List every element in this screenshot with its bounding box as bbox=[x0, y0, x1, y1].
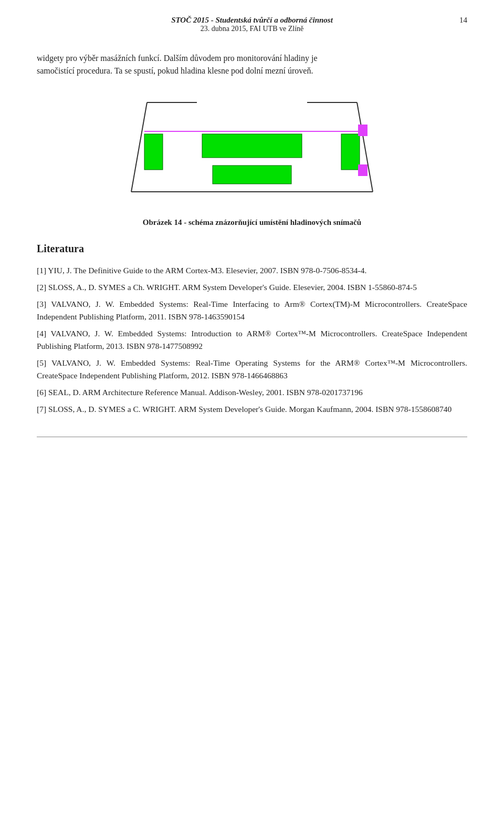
references-list: [1] YIU, J. The Definitive Guide to the … bbox=[37, 264, 467, 416]
page-number: 14 bbox=[459, 16, 467, 25]
bottom-divider bbox=[37, 437, 467, 437]
intro-line2: samočistící procedura. Ta se spustí, pok… bbox=[37, 66, 313, 75]
intro-paragraph: widgety pro výběr masážních funkcí. Dalš… bbox=[37, 52, 467, 77]
literatura-heading: Literatura bbox=[37, 243, 467, 255]
intro-line1: widgety pro výběr masážních funkcí. Dalš… bbox=[37, 54, 318, 63]
svg-rect-9 bbox=[358, 164, 368, 176]
ref-6: [6] SEAL, D. ARM Architecture Reference … bbox=[37, 386, 467, 399]
ref-4: [4] VALVANO, J. W. Embedded Systems: Int… bbox=[37, 327, 467, 353]
svg-rect-4 bbox=[144, 134, 163, 170]
svg-rect-6 bbox=[202, 134, 302, 158]
page: STOČ 2015 - Studentská tvůrčí a odborná … bbox=[0, 0, 504, 837]
svg-rect-8 bbox=[358, 125, 368, 136]
page-header: STOČ 2015 - Studentská tvůrčí a odborná … bbox=[37, 16, 467, 33]
ref-2: [2] SLOSS, A., D. SYMES a Ch. WRIGHT. AR… bbox=[37, 281, 467, 294]
ref-3: [3] VALVANO, J. W. Embedded Systems: Rea… bbox=[37, 298, 467, 323]
svg-rect-5 bbox=[341, 134, 360, 170]
diagram-caption: Obrázek 14 - schéma znázorňující umístěn… bbox=[37, 218, 467, 227]
header-title: STOČ 2015 - Studentská tvůrčí a odborná … bbox=[37, 16, 467, 25]
svg-rect-7 bbox=[213, 166, 291, 184]
ref-5: [5] VALVANO, J. W. Embedded Systems: Rea… bbox=[37, 357, 467, 382]
ref-7: [7] SLOSS, A., D. SYMES a C. WRIGHT. ARM… bbox=[37, 403, 467, 416]
ref-1: [1] YIU, J. The Definitive Guide to the … bbox=[37, 264, 467, 277]
diagram-svg bbox=[116, 92, 388, 213]
header-date: 23. dubna 2015, FAI UTB ve Zlíně bbox=[37, 25, 467, 33]
diagram-container bbox=[37, 92, 467, 213]
